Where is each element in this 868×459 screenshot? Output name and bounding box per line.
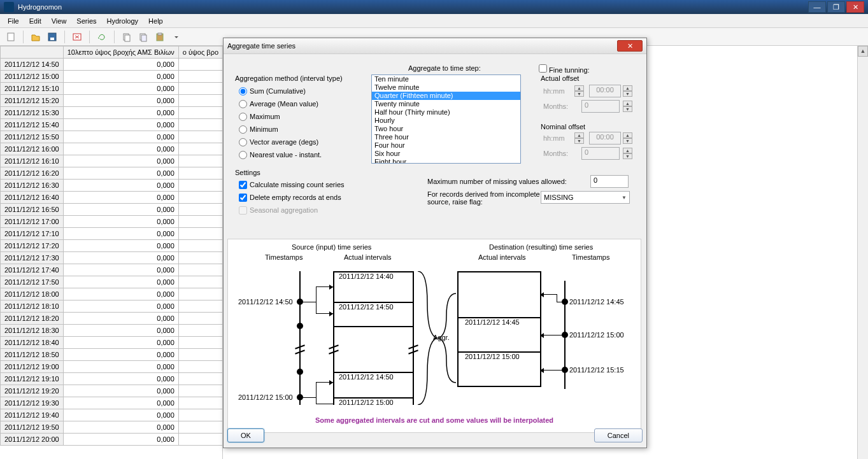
table-row[interactable]: 2011/12/12 17:400,000 — [1, 264, 223, 276]
table-row[interactable]: 2011/12/12 19:400,000 — [1, 409, 223, 421]
table-row[interactable]: 2011/12/12 15:100,000 — [1, 83, 223, 95]
menu-edit[interactable]: Edit — [24, 16, 46, 26]
timestep-option[interactable]: Hourly — [372, 117, 520, 125]
table-row[interactable]: 2011/12/12 17:500,000 — [1, 276, 223, 288]
timestep-option[interactable]: Ten minute — [372, 75, 520, 83]
timestep-option[interactable]: Twenty minute — [372, 100, 520, 108]
table-row[interactable]: 2011/12/12 16:200,000 — [1, 167, 223, 180]
table-row[interactable]: 2011/12/12 16:100,000 — [1, 155, 223, 167]
nomoff-spin-down[interactable]: ▼ — [623, 138, 632, 144]
chk-seasonal[interactable]: Seasonal aggregation — [235, 204, 345, 216]
timestep-option[interactable]: Half hour (Thirty minute) — [372, 108, 520, 117]
table-row[interactable]: 2011/12/12 17:200,000 — [1, 240, 223, 252]
nommon-spin-up[interactable]: ▲ — [623, 148, 632, 153]
maximize-button[interactable]: ❐ — [827, 1, 845, 13]
timestep-listbox[interactable]: Ten minuteTwelve minuteQuarter (Fithteen… — [371, 74, 521, 164]
actual-offset-months[interactable]: 0 — [581, 100, 620, 113]
hhmm1-spin-up[interactable]: ▲ — [574, 85, 584, 91]
max-missing-input[interactable]: 0 — [590, 175, 629, 188]
col1-header[interactable]: 10λεπτο ύψος βροχής ΑΜΣ Βιλίων — [63, 46, 178, 59]
paste-icon[interactable] — [153, 30, 167, 44]
radio-average[interactable]: Average (Mean value) — [235, 97, 322, 110]
hhmm2-spin-down[interactable]: ▼ — [574, 138, 584, 144]
actoff-spin-down[interactable]: ▼ — [623, 91, 632, 97]
menu-help[interactable]: Help — [143, 16, 168, 26]
radio-maximum[interactable]: Maximum — [235, 110, 322, 123]
table-row[interactable]: 2011/12/12 19:200,000 — [1, 385, 223, 397]
minimize-button[interactable]: — — [808, 1, 826, 13]
table-row[interactable]: 2011/12/12 18:400,000 — [1, 337, 223, 349]
nomoff-spin-up[interactable]: ▲ — [623, 132, 632, 138]
table-row[interactable]: 2011/12/12 18:200,000 — [1, 313, 223, 325]
table-row[interactable]: 2011/12/12 17:100,000 — [1, 228, 223, 240]
table-row[interactable]: 2011/12/12 15:500,000 — [1, 131, 223, 143]
radio-vector-average[interactable]: Vector average (degs) — [235, 136, 322, 148]
hhmm1-spin-down[interactable]: ▼ — [574, 91, 584, 97]
new-icon[interactable] — [4, 30, 18, 44]
data-grid[interactable]: 10λεπτο ύψος βροχής ΑΜΣ Βιλίων ο ύψος βρ… — [0, 46, 223, 459]
timestep-option[interactable]: Twelve minute — [372, 83, 520, 92]
table-row[interactable]: 2011/12/12 19:300,000 — [1, 397, 223, 409]
dropdown-icon[interactable] — [169, 30, 183, 44]
close-series-icon[interactable] — [70, 30, 84, 44]
refresh-icon[interactable] — [95, 30, 109, 44]
radio-sum[interactable]: Sum (Cumulative) — [235, 85, 322, 97]
dialog-titlebar[interactable]: Aggregate time series ✕ — [224, 38, 646, 54]
fine-tuning-checkbox[interactable] — [539, 64, 547, 73]
table-row[interactable]: 2011/12/12 16:500,000 — [1, 204, 223, 216]
table-row[interactable]: 2011/12/12 17:000,000 — [1, 216, 223, 228]
menu-series[interactable]: Series — [71, 16, 101, 26]
timestep-option[interactable]: Eight hour — [372, 158, 520, 164]
table-row[interactable]: 2011/12/12 15:000,000 — [1, 71, 223, 83]
actoff-spin-up[interactable]: ▲ — [623, 85, 632, 91]
table-row[interactable]: 2011/12/12 17:300,000 — [1, 252, 223, 264]
table-row[interactable]: 2011/12/12 15:200,000 — [1, 95, 223, 107]
table-row[interactable]: 2011/12/12 18:000,000 — [1, 288, 223, 300]
vertical-scrollbar[interactable]: ▲ — [857, 46, 868, 459]
radio-nearest-value[interactable]: Nearest value - instant. — [235, 148, 322, 161]
table-row[interactable]: 2011/12/12 15:300,000 — [1, 107, 223, 119]
close-button[interactable]: ✕ — [846, 1, 864, 13]
table-row[interactable]: 2011/12/12 16:000,000 — [1, 143, 223, 155]
table-row[interactable]: 2011/12/12 19:500,000 — [1, 421, 223, 434]
timestep-option[interactable]: Two hour — [372, 125, 520, 133]
scroll-up-icon[interactable]: ▲ — [858, 46, 868, 57]
table-row[interactable]: 2011/12/12 14:500,000 — [1, 59, 223, 71]
actmon-spin-up[interactable]: ▲ — [623, 101, 632, 106]
chk-delete-empty[interactable]: Delete empty records at ends — [235, 191, 345, 204]
ok-button[interactable]: OK — [227, 428, 264, 442]
table-row[interactable]: 2011/12/12 15:400,000 — [1, 119, 223, 131]
radio-minimum[interactable]: Minimum — [235, 123, 322, 136]
copy-icon[interactable] — [120, 30, 134, 44]
table-row[interactable]: 2011/12/12 18:300,000 — [1, 325, 223, 337]
actmon-spin-down[interactable]: ▼ — [623, 106, 632, 112]
flag-select[interactable]: MISSING▼ — [541, 191, 630, 204]
dialog-close-button[interactable]: ✕ — [617, 40, 643, 52]
menu-view[interactable]: View — [46, 16, 72, 26]
table-row[interactable]: 2011/12/12 19:000,000 — [1, 361, 223, 373]
timestep-option[interactable]: Six hour — [372, 150, 520, 158]
table-row[interactable]: 2011/12/12 18:100,000 — [1, 300, 223, 313]
open-icon[interactable] — [29, 30, 43, 44]
actual-offset-time[interactable]: 00:00 — [589, 85, 621, 97]
copy2-icon[interactable] — [136, 30, 150, 44]
table-row[interactable]: 2011/12/12 20:000,000 — [1, 434, 223, 446]
menu-file[interactable]: File — [3, 16, 24, 26]
table-row[interactable]: 2011/12/12 16:300,000 — [1, 180, 223, 192]
nominal-offset-time[interactable]: 00:00 — [589, 132, 621, 145]
menu-hydrology[interactable]: Hydrology — [102, 16, 144, 26]
hhmm2-spin-up[interactable]: ▲ — [574, 132, 584, 138]
timestep-option[interactable]: Four hour — [372, 141, 520, 150]
cancel-button[interactable]: Cancel — [594, 428, 643, 442]
save-icon[interactable] — [45, 30, 59, 44]
table-row[interactable]: 2011/12/12 18:500,000 — [1, 349, 223, 361]
timestep-option[interactable]: Three hour — [372, 133, 520, 141]
timestep-option[interactable]: Quarter (Fithteen minute) — [372, 92, 520, 100]
nominal-offset-months[interactable]: 0 — [581, 147, 620, 160]
col2-header[interactable]: ο ύψος βρο — [178, 46, 222, 59]
fine-tuning-check-row[interactable]: Fine tunning: — [539, 64, 590, 74]
table-row[interactable]: 2011/12/12 19:100,000 — [1, 373, 223, 385]
table-row[interactable]: 2011/12/12 16:400,000 — [1, 192, 223, 204]
chk-missing-count[interactable]: Calculate missing count series — [235, 178, 345, 191]
nommon-spin-down[interactable]: ▼ — [623, 153, 632, 159]
